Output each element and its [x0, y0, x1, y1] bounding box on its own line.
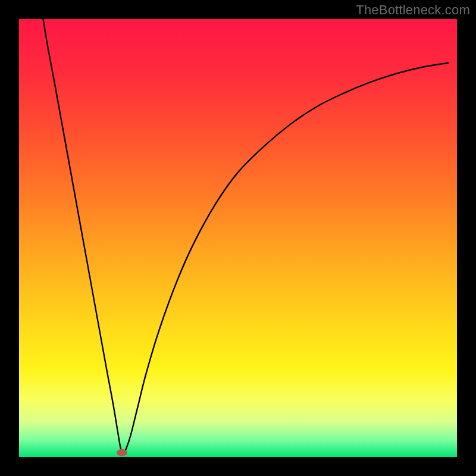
- bottleneck-chart: [0, 0, 476, 476]
- watermark-text: TheBottleneck.com: [356, 2, 470, 18]
- minimum-marker: [117, 449, 127, 456]
- chart-container: TheBottleneck.com: [0, 0, 476, 476]
- plot-background: [19, 19, 457, 457]
